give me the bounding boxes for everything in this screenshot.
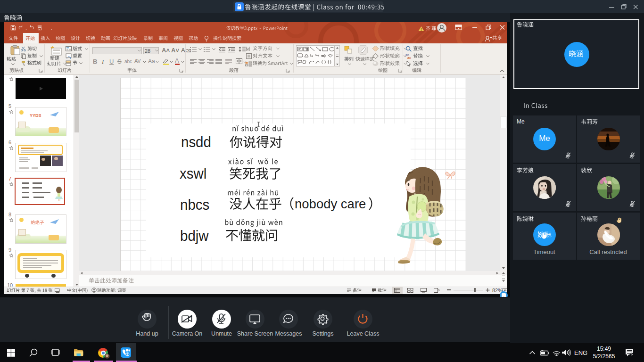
svg-text:ac: ac [407,56,411,59]
